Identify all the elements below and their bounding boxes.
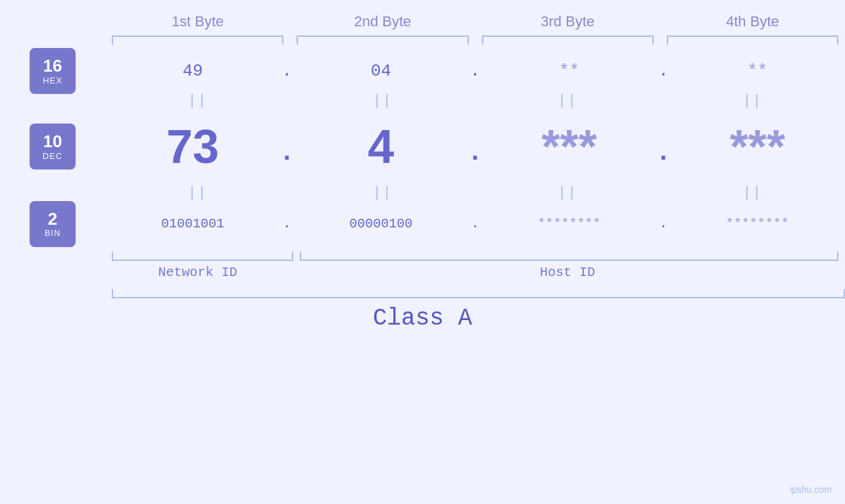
hex-badge-number: 16 [43,57,62,76]
id-labels: Network ID Host ID [0,265,845,280]
eq2-b3: || [475,185,660,201]
hex-byte3: ** [482,61,657,81]
class-bracket [112,289,845,298]
host-id-label: Host ID [290,265,845,280]
hex-dot2: . [470,61,481,81]
hex-val-b3: ** [559,61,579,81]
bin-byte3: ******** [482,216,657,231]
hex-val-b2: 04 [371,61,391,81]
hex-badge-label: HEX [43,76,62,85]
eq1-b2: || [290,93,475,109]
dec-val-b4: *** [730,120,785,173]
hex-val-b1: 49 [183,61,203,81]
bin-values: 01001001 . 00000100 . ******** . *******… [105,216,845,232]
eq1-b3: || [475,93,660,109]
eq2-b1: || [105,185,290,201]
bin-val-b1: 01001001 [161,216,224,231]
dec-badge-col: 10 DEC [0,124,105,170]
hex-val-b4: ** [747,61,767,81]
dec-row: 10 DEC 73 . 4 . *** . *** [0,110,845,183]
equals-row2: || || || || [0,183,845,202]
dec-dot1: . [279,140,295,166]
dec-val-b3: *** [542,120,597,173]
bin-badge-label: BIN [45,228,61,238]
bin-byte2: 00000100 [293,216,468,231]
bin-byte4: ******** [670,216,845,231]
bin-val-b4: ******** [726,216,789,231]
dec-byte4: *** [670,120,845,173]
hex-badge-col: 16 HEX [0,48,105,94]
bin-dot1: . [283,216,291,232]
bin-row: 2 BIN 01001001 . 00000100 . ******** . *… [0,202,845,245]
main-container: 1st Byte 2nd Byte 3rd Byte 4th Byte 16 H… [0,0,845,504]
bin-val-b3: ******** [538,216,601,231]
dec-dot2: . [468,140,483,166]
eq1-b1: || [105,93,290,109]
bin-dot2: . [471,216,479,232]
watermark: ipshu.com [790,484,832,495]
network-id-label: Network ID [105,265,290,280]
bin-badge: 2 BIN [30,201,76,247]
byte3-header: 3rd Byte [475,13,660,35]
dec-badge-label: DEC [43,151,62,161]
dec-badge: 10 DEC [30,124,76,170]
hex-row: 16 HEX 49 . 04 . ** . ** [0,51,845,91]
byte1-header: 1st Byte [105,13,290,35]
dec-values: 73 . 4 . *** . *** [105,120,845,173]
bin-badge-number: 2 [48,210,57,229]
bin-badge-col: 2 BIN [0,201,105,247]
eq1-b4: || [660,93,845,109]
bin-byte1: 01001001 [105,216,280,231]
equals-row1: || || || || [0,91,845,110]
dec-byte3: *** [482,120,657,173]
bin-dot3: . [659,216,667,232]
byte4-header: 4th Byte [660,13,845,35]
network-bracket [112,252,293,261]
dec-dot3: . [656,140,671,166]
hex-byte1: 49 [105,61,280,81]
eq2-b2: || [290,185,475,201]
dec-byte2: 4 [293,120,468,173]
bottom-brackets [0,252,845,261]
byte2-header: 2nd Byte [290,13,475,35]
hex-dot1: . [281,61,292,81]
bracket-byte3 [482,35,654,45]
hex-byte2: 04 [293,61,468,81]
bin-val-b2: 00000100 [349,216,412,231]
dec-val-b1: 73 [166,120,219,173]
hex-dot3: . [658,61,669,81]
hex-byte4: ** [670,61,845,81]
bracket-byte2 [297,35,468,45]
host-bracket [300,252,838,261]
eq2-b4: || [660,185,845,201]
dec-badge-number: 10 [43,132,62,151]
hex-badge: 16 HEX [30,48,76,94]
bracket-byte1 [112,35,283,45]
class-label: Class A [0,305,845,332]
dec-val-b2: 4 [368,120,394,173]
bracket-byte4 [667,35,838,45]
top-bracket-row [0,35,845,45]
hex-values: 49 . 04 . ** . ** [105,61,845,81]
byte-headers: 1st Byte 2nd Byte 3rd Byte 4th Byte [0,13,845,35]
dec-byte1: 73 [105,120,280,173]
